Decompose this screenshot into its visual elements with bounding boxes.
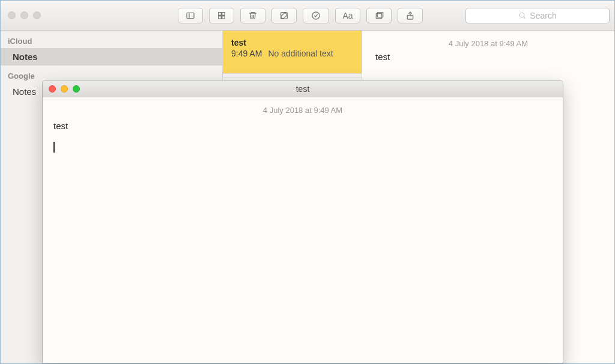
svg-rect-5: [222, 16, 225, 19]
close-dot[interactable]: [8, 11, 16, 19]
search-field[interactable]: Search: [465, 8, 610, 23]
note-editor-date: 4 July 2018 at 9:49 AM: [375, 39, 601, 48]
svg-rect-0: [187, 13, 194, 18]
font-icon: Aa: [342, 11, 353, 20]
note-editor-text: test: [375, 52, 601, 62]
gallery-view-button[interactable]: [209, 8, 234, 23]
minimize-dot[interactable]: [20, 11, 28, 19]
svg-point-13: [520, 13, 524, 17]
float-traffic-lights: [49, 85, 80, 93]
compose-icon: [279, 11, 289, 20]
float-window-title: test: [43, 84, 563, 94]
svg-point-9: [312, 12, 320, 19]
search-icon: [518, 11, 526, 19]
share-button[interactable]: [398, 8, 423, 23]
sidebar-item-label: Notes: [13, 52, 38, 62]
note-list-item-blank[interactable]: [223, 74, 362, 77]
format-button[interactable]: Aa: [335, 8, 360, 23]
new-note-button[interactable]: [271, 8, 297, 23]
checklist-button[interactable]: [303, 8, 329, 23]
zoom-dot[interactable]: [33, 11, 41, 19]
svg-line-14: [524, 17, 525, 18]
search-placeholder: Search: [530, 11, 556, 20]
grid-icon: [217, 11, 226, 20]
svg-rect-2: [219, 12, 222, 15]
delete-button[interactable]: [240, 8, 265, 23]
sidebar-item-icloud-notes[interactable]: Notes: [1, 48, 222, 65]
svg-rect-3: [222, 12, 225, 15]
note-list-item-time: 9:49 AM: [231, 49, 262, 58]
svg-rect-4: [219, 16, 222, 19]
trash-icon: [248, 11, 258, 20]
sidebar-toggle-button[interactable]: [178, 8, 203, 23]
float-note-text: test: [53, 121, 552, 131]
sidebar-item-label: Notes: [13, 86, 36, 97]
floating-note-window: test 4 July 2018 at 9:49 AM test: [42, 80, 563, 363]
checklist-icon: [311, 11, 321, 20]
main-traffic-lights: [8, 11, 41, 19]
note-list-item[interactable]: test 9:49 AM No additional text: [223, 31, 362, 74]
text-cursor: [53, 142, 55, 153]
sidebar-section-icloud: iCloud: [1, 31, 222, 48]
note-list-item-preview: No additional text: [268, 49, 333, 58]
float-note-date: 4 July 2018 at 9:49 AM: [53, 106, 552, 115]
note-list-item-title: test: [231, 38, 353, 47]
toolbar: Aa: [178, 8, 423, 23]
open-window-button[interactable]: [366, 8, 392, 23]
float-titlebar[interactable]: test: [43, 80, 563, 97]
float-minimize-button[interactable]: [61, 85, 68, 93]
main-titlebar: Aa Search: [1, 1, 614, 31]
float-note-editor[interactable]: 4 July 2018 at 9:49 AM test: [43, 97, 563, 363]
new-window-icon: [374, 11, 384, 20]
share-icon: [405, 11, 415, 20]
float-zoom-button[interactable]: [73, 85, 80, 93]
sidebar-icon: [186, 11, 195, 20]
float-close-button[interactable]: [49, 85, 56, 93]
